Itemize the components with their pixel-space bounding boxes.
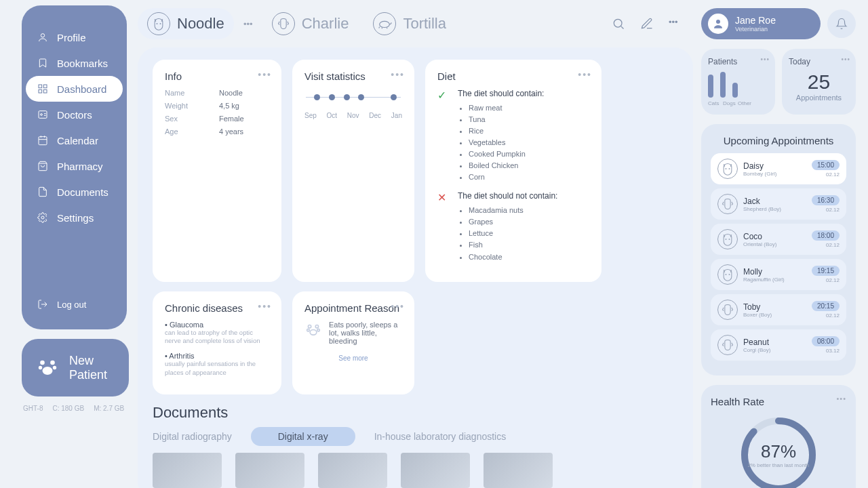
sidebar-item-documents[interactable]: Documents <box>22 179 127 205</box>
dog-icon <box>717 300 738 320</box>
sidebar-item-profile[interactable]: Profile <box>22 24 127 50</box>
svg-point-20 <box>307 329 309 331</box>
svg-point-8 <box>41 216 44 219</box>
cat-icon <box>717 229 738 249</box>
bookmark-icon <box>37 57 49 69</box>
more-icon[interactable]: ••• <box>669 17 682 30</box>
sidebar-item-dashboard[interactable]: Dashboard <box>26 76 123 102</box>
svg-point-12 <box>53 366 56 369</box>
visits-more[interactable]: ••• <box>391 69 405 80</box>
sidebar-item-bookmarks[interactable]: Bookmarks <box>22 50 127 76</box>
svg-rect-4 <box>43 89 47 93</box>
tab-more[interactable]: ••• <box>239 15 257 33</box>
svg-point-18 <box>308 325 311 327</box>
doc-tab[interactable]: Digital x-ray <box>251 427 355 446</box>
documents-section: Documents Digital radiographyDigital x-r… <box>153 404 678 488</box>
dog-icon <box>717 335 738 355</box>
user-menu[interactable]: Jane RoeVeterinarian <box>701 8 821 39</box>
xray-thumb[interactable] <box>153 453 222 488</box>
sidebar-item-pharmacy[interactable]: Pharmacy <box>22 153 127 179</box>
xray-thumb[interactable] <box>401 453 470 488</box>
svg-point-29 <box>729 274 730 275</box>
documents-title: Documents <box>153 404 678 422</box>
patient-tab-noodle[interactable]: Noodle <box>138 8 234 39</box>
svg-point-11 <box>39 366 42 369</box>
chronic-card: Chronic diseases••• Glaucomacan lead to … <box>153 291 281 394</box>
x-icon: ✕ <box>437 191 448 262</box>
sidebar-item-calendar[interactable]: Calendar <box>22 127 127 153</box>
avatar-icon <box>708 14 728 34</box>
xray-thumb[interactable] <box>235 453 304 488</box>
sidebar-item-settings[interactable]: Settings <box>22 205 127 230</box>
xray-thumb[interactable] <box>318 453 387 488</box>
dog-icon <box>717 194 738 214</box>
svg-point-21 <box>317 329 319 331</box>
doc-tab[interactable]: Digital radiography <box>153 431 232 442</box>
doc-tab[interactable]: In-house laboratory diagnostics <box>374 431 507 442</box>
new-patient-label: NewPatient <box>69 354 107 382</box>
storage-info: GHT-8C: 180 GBM: 2.7 GB <box>22 405 127 412</box>
paw-outline-icon <box>304 321 322 338</box>
xray-thumb[interactable] <box>484 453 553 488</box>
calendar-icon <box>37 134 49 146</box>
svg-point-23 <box>716 20 720 24</box>
user-icon <box>37 31 49 43</box>
cat-icon <box>717 159 738 179</box>
appointment-item[interactable]: PeanutCorgi (Boy)08:0003.12 <box>711 329 846 361</box>
diet-more[interactable]: ••• <box>578 69 592 80</box>
paw-icon <box>35 354 60 381</box>
logout-label: Log out <box>57 300 86 310</box>
svg-rect-2 <box>43 85 47 88</box>
info-card: Info••• NameNoodleWeight4,5 kgSexFemaleA… <box>153 60 281 282</box>
svg-point-16 <box>380 21 390 27</box>
svg-rect-3 <box>39 89 42 93</box>
today-stat: Today••• 25 Appointments <box>782 49 856 115</box>
turtle-icon <box>373 12 396 35</box>
svg-point-25 <box>729 169 730 169</box>
svg-point-6 <box>41 114 43 116</box>
svg-point-27 <box>729 239 730 240</box>
reason-more[interactable]: ••• <box>391 301 405 312</box>
svg-point-28 <box>726 274 726 275</box>
edit-icon[interactable] <box>640 17 654 30</box>
sidebar-item-doctors[interactable]: Doctors <box>22 102 127 127</box>
svg-point-9 <box>40 361 45 365</box>
svg-point-22 <box>310 329 317 335</box>
svg-point-13 <box>43 367 53 375</box>
sidebar: ProfileBookmarksDashboardDoctorsCalendar… <box>22 5 127 329</box>
new-patient-button[interactable]: NewPatient <box>22 339 129 396</box>
svg-rect-7 <box>39 137 47 145</box>
grid-icon <box>37 83 49 95</box>
patients-stat: Patients••• CatsDogsOther <box>701 49 775 115</box>
info-more[interactable]: ••• <box>258 69 272 80</box>
svg-point-0 <box>41 34 44 37</box>
file-icon <box>37 186 49 198</box>
notifications-button[interactable] <box>827 9 856 38</box>
cat-icon <box>147 12 170 35</box>
appointment-item[interactable]: MollyRagamuffin (Girl)19:1502.12 <box>711 259 846 290</box>
patient-tab-tortilla[interactable]: Tortilla <box>363 8 456 39</box>
today-more[interactable]: ••• <box>841 56 850 63</box>
cat-icon <box>717 264 738 285</box>
appointment-item[interactable]: JackShepherd (Boy)16:3002.12 <box>711 188 846 220</box>
svg-point-15 <box>160 24 161 24</box>
dog-icon <box>272 12 295 35</box>
reason-card: Appointment Reason••• Eats poorly, sleep… <box>292 291 414 394</box>
see-more-link[interactable]: See more <box>304 354 402 362</box>
appointment-item[interactable]: DaisyBombay (Girl)15:0002.12 <box>711 153 846 184</box>
diet-card: Diet••• ✓ The diet should contain:Raw me… <box>425 60 601 282</box>
patients-more[interactable]: ••• <box>760 56 770 63</box>
patient-tabs: Noodle•••CharlieTortilla ••• <box>138 8 693 39</box>
gear-icon <box>37 211 49 224</box>
badge-icon <box>37 108 49 121</box>
svg-point-26 <box>726 239 726 240</box>
health-more[interactable]: ••• <box>836 394 846 403</box>
logout-button[interactable]: Log out <box>22 291 127 317</box>
chronic-more[interactable]: ••• <box>258 301 272 312</box>
search-icon[interactable] <box>612 17 625 30</box>
svg-point-10 <box>50 361 55 365</box>
appointment-item[interactable]: CocoOriental (Boy)18:0002.12 <box>711 224 846 255</box>
appointment-item[interactable]: TobyBoxer (Boy)20:1502.12 <box>711 294 846 325</box>
visits-card: Visit statistics••• SepOctNovDecJan <box>292 60 414 282</box>
patient-tab-charlie[interactable]: Charlie <box>262 8 359 39</box>
